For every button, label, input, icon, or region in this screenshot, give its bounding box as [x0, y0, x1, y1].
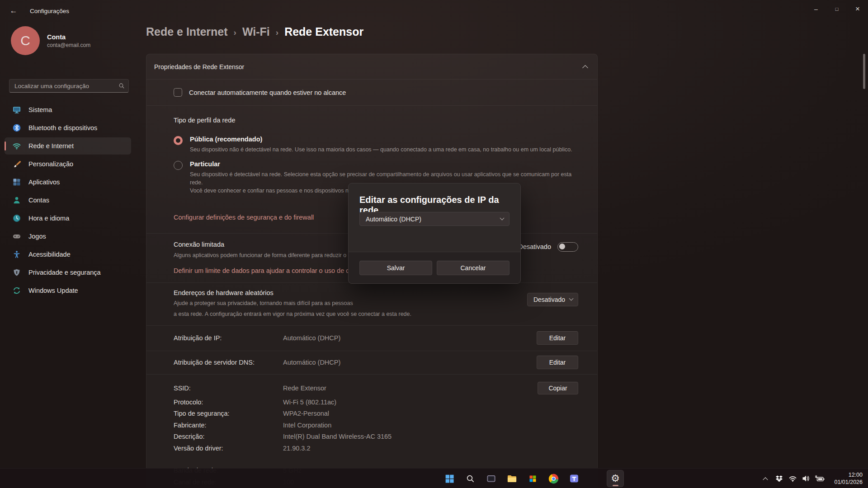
avatar: C	[11, 26, 40, 55]
privacy-icon	[12, 268, 21, 277]
taskbar-explorer-button[interactable]	[503, 470, 520, 487]
volume-icon	[802, 474, 811, 483]
bluetooth-icon	[12, 123, 21, 132]
taskbar-search-button[interactable]	[462, 470, 479, 487]
taskbar-start-button[interactable]	[441, 470, 458, 487]
detail-row-ssid: SSID: Rede Extensor Copiar	[174, 382, 578, 394]
tray-chevron-button[interactable]	[759, 471, 772, 486]
cancel-button[interactable]: Cancelar	[437, 261, 509, 275]
chevron-up-icon[interactable]	[582, 65, 588, 71]
edit-ip-button[interactable]: Editar	[537, 331, 578, 345]
radio-particular[interactable]	[174, 161, 183, 170]
account-name: Conta	[47, 33, 90, 41]
sidebar-item-bluetooth[interactable]: Bluetooth e dispositivos	[5, 119, 131, 136]
account-card[interactable]: C Conta conta@email.com	[11, 26, 136, 55]
apps-icon	[12, 178, 21, 187]
metered-toggle[interactable]	[557, 242, 578, 252]
sidebar-item-label: Sistema	[28, 106, 52, 113]
sidebar-item-contas[interactable]: Contas	[5, 192, 131, 209]
settings-icon: ⚙	[611, 474, 620, 483]
wifi-icon	[788, 474, 797, 483]
account-email: conta@email.com	[47, 42, 90, 48]
minimize-button[interactable]: –	[806, 0, 826, 18]
detail-row-fabricante: Fabricante: Intel Corporation	[174, 421, 578, 429]
search-input[interactable]	[9, 79, 129, 93]
detail-row-descricao: Descrição: Intel(R) Dual Band Wireless-A…	[174, 433, 578, 441]
taskbar-task-view-button[interactable]	[482, 470, 500, 487]
search-icon	[118, 83, 125, 89]
copy-button[interactable]: Copiar	[538, 382, 578, 394]
random-hw-desc: Ajude a proteger sua privacidade, tornan…	[174, 299, 411, 307]
dialog-title: Editar as configurações de IP da rede	[349, 183, 520, 216]
taskbar-teams-button[interactable]	[566, 470, 583, 487]
sidebar-item-aplicativos[interactable]: Aplicativos	[5, 174, 131, 191]
settings-window: ← Configurações – □ × C Conta conta@emai…	[0, 0, 868, 488]
breadcrumb-wifi[interactable]: Wi-Fi	[242, 25, 270, 38]
dns-assignment-label: Atribuição de servidor DNS:	[174, 359, 283, 366]
autoconnect-row: Conectar automaticamente quando estiver …	[146, 80, 597, 105]
ip-assignment-value: Automático (DHCP)	[283, 334, 537, 342]
expander-title: Propriedades de Rede Extensor	[154, 63, 244, 70]
profile-section-title: Tipo de perfil da rede	[174, 117, 578, 124]
sidebar-item-privacidade[interactable]: Privacidade e segurança	[5, 264, 131, 281]
taskbar-clock[interactable]: 12:00 01/01/2026	[830, 471, 863, 486]
personalization-icon	[12, 160, 21, 169]
data-limit-link[interactable]: Definir um limite de dados para ajudar a…	[174, 267, 353, 274]
taskbar-microsoft-button[interactable]	[524, 470, 541, 487]
tray-wifi-button[interactable]	[786, 471, 799, 486]
teams-icon	[569, 473, 580, 484]
sidebar-item-label: Hora e idioma	[28, 215, 69, 222]
clock-date: 01/01/2026	[830, 479, 863, 486]
random-hw-dropdown[interactable]: Desativado	[527, 293, 578, 306]
save-button[interactable]: Salvar	[359, 261, 432, 275]
sidebar-item-label: Bluetooth e dispositivos	[28, 124, 97, 131]
dropbox-icon	[775, 474, 783, 483]
caption-buttons: – □ ×	[806, 0, 868, 18]
window-title: Configurações	[30, 8, 69, 14]
task-view-icon	[486, 473, 497, 484]
detail-row-seguranca: Tipo de segurança: WPA2-Personal	[174, 410, 578, 418]
metered-desc: Alguns aplicativos podem funcionar de fo…	[174, 251, 351, 259]
system-tray: 12:00 01/01/2026	[759, 469, 868, 488]
breadcrumb-rede-e-internet[interactable]: Rede e Internet	[146, 25, 228, 38]
sidebar-item-sistema[interactable]: Sistema	[5, 101, 131, 118]
sidebar-item-windows-update[interactable]: Windows Update	[5, 282, 131, 299]
tray-dropbox-button[interactable]	[772, 471, 786, 486]
ip-mode-value: Automático (DHCP)	[366, 216, 421, 223]
metered-status: Desativado	[518, 243, 551, 250]
sidebar-item-label: Rede e Internet	[28, 142, 74, 150]
taskbar-chrome-button[interactable]	[545, 470, 562, 487]
ip-assignment-label: Atribuição de IP:	[174, 334, 283, 342]
maximize-button[interactable]: □	[826, 0, 847, 18]
system-icon	[12, 105, 21, 114]
ip-mode-dropdown[interactable]: Automático (DHCP)	[359, 212, 509, 226]
file-explorer-icon	[506, 473, 518, 484]
option-desc: Seu dispositivo não é detectável na rede…	[190, 145, 572, 154]
time-language-icon	[12, 214, 21, 223]
breadcrumb-current-page: Rede Extensor	[284, 25, 363, 38]
edit-dns-button[interactable]: Editar	[537, 356, 578, 369]
sidebar-item-personalizacao[interactable]: Personalização	[5, 155, 131, 173]
close-button[interactable]: ×	[847, 0, 868, 18]
sidebar: C Conta conta@email.com Sistema Bluetoot…	[0, 22, 136, 468]
scrollbar[interactable]	[863, 54, 865, 89]
radio-publica[interactable]	[174, 136, 183, 145]
option-label: Pública (recomendado)	[190, 136, 572, 143]
sidebar-item-rede-e-internet[interactable]: Rede e Internet	[5, 137, 131, 155]
tray-chevron-icon	[763, 477, 768, 482]
sidebar-item-label: Aplicativos	[28, 178, 60, 186]
autoconnect-checkbox[interactable]	[174, 88, 182, 97]
firewall-settings-link[interactable]: Configurar definições de segurança e do …	[174, 214, 314, 221]
back-button[interactable]: ←	[5, 3, 23, 19]
sidebar-item-hora-e-idioma[interactable]: Hora e idioma	[5, 210, 131, 227]
sidebar-item-jogos[interactable]: Jogos	[5, 228, 131, 245]
microsoft-logo-icon	[528, 474, 538, 483]
sidebar-item-label: Windows Update	[28, 287, 78, 294]
tray-volume-button[interactable]	[799, 471, 813, 486]
sidebar-item-acessibilidade[interactable]: Acessibilidade	[5, 246, 131, 263]
breadcrumb-separator: ›	[276, 27, 278, 38]
tray-battery-button[interactable]	[813, 471, 826, 486]
network-icon	[12, 141, 21, 150]
expander-header[interactable]: Propriedades de Rede Extensor	[146, 54, 597, 79]
taskbar-settings-button[interactable]: ⚙	[607, 470, 624, 487]
